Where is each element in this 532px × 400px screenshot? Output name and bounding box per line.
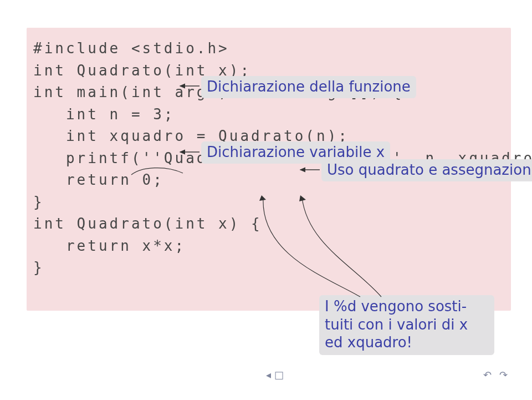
code-line-10: } [33,191,501,214]
code-line-13: return x*x; [33,235,501,257]
code-line-12: int Quadrato(int x) { [33,213,501,235]
nav-right-icons[interactable]: ↶ ↷ [483,369,510,381]
nav-left-icons[interactable]: ◂ □ [266,369,284,381]
code-line-1: #include <stdio.h> [33,38,501,60]
code-line-6: int n = 3; [33,104,501,126]
slide-area: #include <stdio.h> int Quadrato(int x); … [0,22,532,388]
annotation-function-declaration: Dichiarazione della funzione [201,76,416,98]
code-line-14: } [33,257,501,279]
annotation-substitution: I %d vengono sosti- tuiti con i valori d… [319,295,494,355]
annotation-use-assignment: Uso quadrato e assegnazione [321,159,532,181]
